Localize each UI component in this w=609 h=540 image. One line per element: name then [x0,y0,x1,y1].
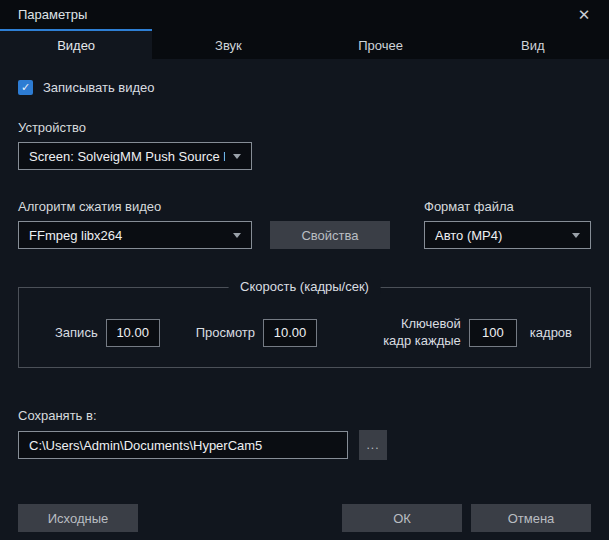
dialog-title: Параметры [18,7,87,22]
file-format-label: Формат файла [424,199,591,214]
chevron-down-icon [233,233,241,238]
codec-dropdown-value: FFmpeg libx264 [29,228,225,243]
tab-view[interactable]: Вид [457,29,609,59]
file-format-cell: Формат файла Авто (MP4) [424,199,591,249]
tab-other[interactable]: Прочее [305,29,457,59]
tab-bar: Видео Звук Прочее Вид [0,29,609,59]
framerate-groupbox: Скорость (кадры/сек) Запись Просмотр Клю… [18,287,591,368]
video-tab-panel: ✓ Записывать видео Устройство Screen: So… [0,59,609,540]
footer-buttons: Исходные ОК Отмена [18,504,591,532]
file-format-dropdown[interactable]: Авто (MP4) [424,221,591,249]
close-icon: ✕ [578,6,591,24]
codec-label: Алгоритм сжатия видео [18,199,252,214]
framerate-group-title: Скорость (кадры/сек) [228,279,381,294]
ok-button[interactable]: ОК [342,504,462,532]
cancel-button[interactable]: Отмена [471,504,591,532]
preview-fps-label: Просмотр [196,325,255,340]
close-button[interactable]: ✕ [571,3,597,27]
properties-button[interactable]: Свойства [270,221,390,249]
tab-view-label: Вид [521,38,545,53]
chevron-down-icon [572,233,580,238]
record-fps-label: Запись [55,325,98,340]
save-path-row: ... [18,430,591,460]
codec-cell: Алгоритм сжатия видео FFmpeg libx264 [18,199,252,249]
record-fps-input[interactable] [106,319,160,347]
preview-fps-input[interactable] [263,319,317,347]
browse-button[interactable]: ... [359,430,387,460]
tab-other-label: Прочее [358,38,403,53]
tab-video[interactable]: Видео [0,29,152,59]
file-format-dropdown-value: Авто (MP4) [435,228,564,243]
record-video-label: Записывать видео [43,80,154,95]
keyframe-label: Ключевой кадр каждые [373,316,461,349]
device-dropdown-value: Screen: SolveigMM Push Source D [29,149,225,164]
save-path-input[interactable] [18,431,348,459]
tab-sound[interactable]: Звук [152,29,304,59]
tab-video-label: Видео [57,38,95,53]
codec-format-row: Алгоритм сжатия видео FFmpeg libx264 Сво… [18,199,591,249]
codec-dropdown[interactable]: FFmpeg libx264 [18,221,252,249]
save-to-section: Сохранять в: ... [18,408,591,460]
device-dropdown[interactable]: Screen: SolveigMM Push Source D [18,142,252,170]
record-video-row: ✓ Записывать видео [18,80,591,95]
frames-suffix-label: кадров [530,325,572,340]
checkmark-icon: ✓ [21,82,30,93]
device-label: Устройство [18,120,591,135]
options-dialog: Параметры ✕ Видео Звук Прочее Вид ✓ Запи… [0,0,609,540]
chevron-down-icon [233,154,241,159]
defaults-button[interactable]: Исходные [18,504,138,532]
title-bar: Параметры ✕ [0,0,609,29]
keyframe-input[interactable] [469,319,517,347]
save-to-label: Сохранять в: [18,408,591,423]
record-video-checkbox[interactable]: ✓ [18,80,33,95]
tab-sound-label: Звук [215,38,242,53]
ellipsis-icon: ... [366,438,379,452]
